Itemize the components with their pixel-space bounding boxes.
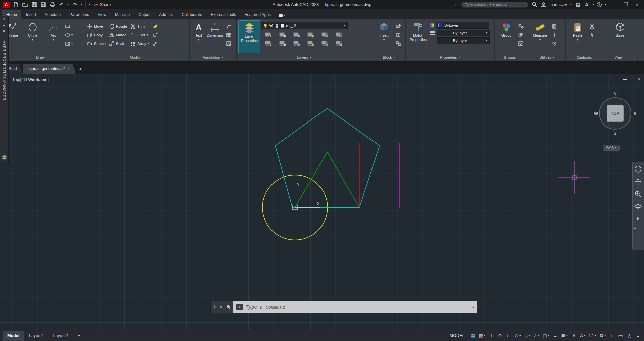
save-as-icon[interactable] [40,2,46,8]
status-autoscale[interactable]: A▾ [579,332,586,340]
id-point-button[interactable] [551,31,558,39]
viewcube-top-face[interactable]: TOP [607,105,624,122]
circle-button[interactable]: Circle ▾ [22,20,43,53]
ribbon-tab-annotate[interactable]: Annotate [40,10,65,19]
layer-freeze-button[interactable] [289,30,302,38]
window-restore-button[interactable] [621,2,630,8]
redo-caret-icon[interactable]: ▾ [81,3,82,6]
layer-unisolate-button[interactable] [275,39,288,47]
command-customize-icon[interactable] [225,304,230,309]
cut-button[interactable] [588,22,596,30]
status-object-snap-tracking[interactable]: ∠▾ [533,332,540,340]
ribbon-tab-addins[interactable]: Add-ins [155,10,177,19]
status-annotation-monitor[interactable]: + [608,332,615,340]
match-properties-button[interactable]: Match Properties [407,20,429,53]
lineweight-dropdown[interactable]: ByLayer ▾ [437,30,490,36]
zoom-icon[interactable] [634,190,642,198]
autocad-logo[interactable]: A [3,2,10,8]
signed-in-user[interactable]: martaccrv [549,2,567,7]
point-style-button[interactable] [551,40,558,47]
object-color-dropdown[interactable]: ByLayer ▾ [436,22,489,29]
ribbon-tab-express-tools[interactable]: Express Tools [206,10,240,19]
window-minimize-button[interactable]: — [609,2,618,8]
window-close-button[interactable]: × [633,2,641,8]
show-motion-icon[interactable] [634,215,642,223]
hatch-tool-button[interactable]: ▾ [64,40,74,47]
command-input[interactable] [246,304,469,310]
table-button[interactable] [225,31,235,39]
layer-on-button[interactable] [261,39,274,47]
status-lineweight-display[interactable]: ≡ [552,332,558,340]
rotate-button[interactable]: Rotate [108,22,128,31]
help-caret-icon[interactable]: ▾ [605,3,606,6]
file-tab-document[interactable]: figuras_geometricas* × [23,64,76,74]
panel-label-utilities[interactable]: Utilities▾ [528,53,565,61]
view-panel-expand[interactable]: » [634,57,635,60]
redo-icon[interactable]: ↷ [72,2,78,8]
cyan-pentagon[interactable] [275,108,380,207]
layer-off-button[interactable] [261,30,274,38]
dimension-button[interactable]: Dimension [207,20,224,53]
save-icon[interactable] [31,2,37,8]
panel-label-clipboard[interactable]: Clipboard [566,53,603,61]
palette-autohide-icon[interactable]: ◂ [3,23,5,27]
group-edit-button[interactable] [517,31,525,39]
apps-caret-icon[interactable]: ▾ [593,3,594,6]
navigation-wheel-icon[interactable] [634,165,642,173]
status-object-snap[interactable]: ▢▾ [542,332,550,340]
trim-button[interactable]: Trim▾ [129,22,150,31]
status-isolate-objects[interactable]: ▭ [617,332,624,340]
multileader-button[interactable]: ▾ [225,22,235,30]
ribbon-tab-manage[interactable]: Manage [111,10,134,19]
layout-tab-layout2[interactable]: Layout2 [49,331,73,341]
command-input-area[interactable]: ▾ ▴ [233,301,477,313]
status-snap-mode[interactable]: ▩▾ [478,332,486,340]
panel-label-groups[interactable]: Groups▾ [495,53,528,61]
panel-label-view[interactable]: View▾» [603,53,637,61]
scale-button[interactable]: Scale [108,39,128,48]
status-grid-display[interactable]: ▦ [469,332,476,340]
ribbon-tab-output[interactable]: Output [134,10,155,19]
viewport-label[interactable]: Top][2D Wireframe] [12,77,49,82]
ribbon-tab-featured-apps[interactable]: Featured Apps [240,10,275,19]
viewcube-north[interactable]: N [613,91,616,96]
status-graphics-performance[interactable]: ◎ [626,332,633,340]
navbar-more-icon[interactable]: ▾ [634,228,636,230]
quick-calc-button[interactable] [551,22,558,30]
fillet-button[interactable]: Fillet▾ [129,31,150,39]
layer-thaw-button[interactable] [289,39,302,47]
wcs-dropdown[interactable]: WCS ▾ [603,145,620,151]
status-infer-constraints[interactable]: ⊥ [488,332,495,340]
status-annotation-visibility[interactable]: A [571,332,577,340]
panel-label-layers[interactable]: Layers▾ [237,53,372,61]
viewcube-west[interactable]: W [594,111,598,116]
help-icon[interactable]: ? [597,2,602,7]
pan-icon[interactable] [634,178,642,185]
viewcube-east[interactable]: E [633,111,636,116]
group-selection-toggle[interactable] [517,40,525,47]
app-store-cart-icon[interactable] [575,2,581,8]
layout-tab-layout1[interactable]: Layout1 [24,331,48,341]
layers-palette-icon[interactable] [1,155,7,160]
linetype-dropdown[interactable]: ByLayer ▾ [437,37,490,44]
ribbon-tab-collaborate[interactable]: Collaborate [177,10,206,19]
status-isometric-drafting[interactable]: ◇▾ [524,332,531,340]
markup-button[interactable] [225,40,235,47]
undo-caret-icon[interactable]: ▾ [67,3,69,6]
copy-clip-button[interactable] [588,31,596,39]
measure-button[interactable]: Measure ▾ [530,20,550,53]
erase-button[interactable] [151,22,159,30]
layer-walk-button[interactable] [317,39,330,47]
mirror-button[interactable]: Mirror [108,31,128,39]
drawing-shapes[interactable]: YX [0,74,644,330]
layer-match-button[interactable] [317,30,330,38]
space-indicator[interactable]: MODEL [450,333,465,338]
share-button[interactable]: Share [93,2,111,7]
command-history-toggle-icon[interactable]: ▴ [472,305,474,309]
viewport-restore-icon[interactable] [631,78,634,81]
user-avatar-icon[interactable] [540,2,546,8]
file-tab-close-icon[interactable]: × [68,66,70,71]
orbit-icon[interactable] [634,203,642,210]
ribbon-display-toggle[interactable]: ▾ [279,14,285,19]
insert-button[interactable]: Insert ▾ [374,20,394,53]
